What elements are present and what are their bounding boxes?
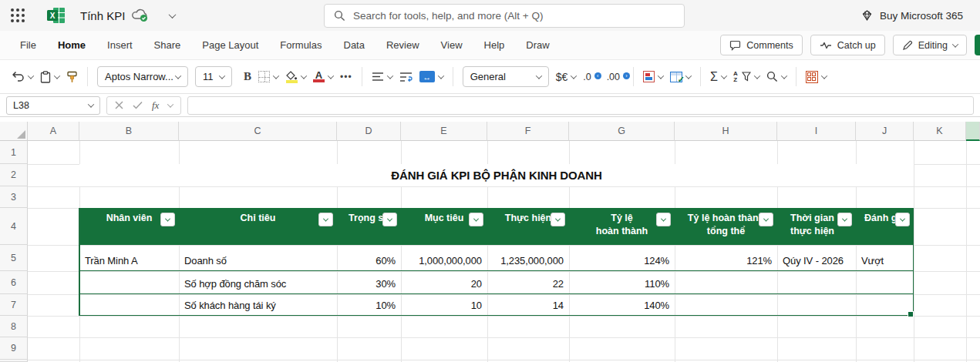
column-header-J[interactable]: J bbox=[856, 122, 914, 141]
format-as-table-chevron-icon[interactable] bbox=[685, 72, 692, 79]
font-size-combo[interactable]: 11 bbox=[195, 66, 232, 87]
decrease-decimal-button[interactable]: .0 ‹ bbox=[583, 72, 594, 82]
cell-C7[interactable]: Số khách hàng tái ký bbox=[179, 294, 337, 316]
filter-dropdown-button[interactable] bbox=[895, 213, 910, 226]
cell-F5[interactable]: 1,235,000,000 bbox=[487, 245, 569, 271]
formula-input[interactable] bbox=[187, 96, 974, 115]
column-header-selected-partial[interactable] bbox=[966, 122, 980, 141]
filter-dropdown-button[interactable] bbox=[469, 213, 483, 226]
comments-button[interactable]: Comments bbox=[720, 35, 802, 55]
column-header-H[interactable]: H bbox=[675, 122, 777, 141]
row-header-4[interactable]: 4 bbox=[0, 208, 28, 245]
menu-tab-insert[interactable]: Insert bbox=[96, 39, 143, 51]
sort-filter-button[interactable]: AZ bbox=[733, 71, 759, 83]
name-box[interactable]: L38 bbox=[6, 96, 100, 115]
fx-chevron-icon[interactable] bbox=[167, 101, 173, 107]
filter-dropdown-button[interactable] bbox=[837, 213, 852, 226]
row-header-5[interactable]: 5 bbox=[0, 245, 28, 271]
column-header-B[interactable]: B bbox=[79, 122, 179, 141]
format-as-table-button[interactable]: ✓ bbox=[670, 72, 691, 82]
filter-dropdown-button[interactable] bbox=[160, 213, 175, 226]
conditional-formatting-button[interactable] bbox=[643, 71, 663, 82]
fill-color-button[interactable] bbox=[285, 71, 306, 83]
column-header-I[interactable]: I bbox=[777, 122, 856, 141]
row-header-3[interactable]: 3 bbox=[0, 186, 28, 208]
menu-tab-formulas[interactable]: Formulas bbox=[269, 39, 332, 51]
row-header-8[interactable]: 8 bbox=[0, 316, 28, 337]
filter-dropdown-button[interactable] bbox=[759, 213, 773, 226]
editing-mode-button[interactable]: Editing bbox=[893, 35, 967, 55]
cancel-icon[interactable] bbox=[115, 101, 123, 109]
cell-B5[interactable]: Trần Minh A bbox=[79, 245, 179, 271]
cell-D7[interactable]: 10% bbox=[337, 294, 401, 316]
alignment-chevron-icon[interactable] bbox=[386, 72, 392, 79]
menu-tab-share[interactable]: Share bbox=[143, 39, 192, 51]
row-header-2[interactable]: 2 bbox=[0, 164, 28, 186]
cell-E6[interactable]: 20 bbox=[401, 271, 487, 294]
column-header-K[interactable]: K bbox=[914, 122, 966, 141]
table-header-cell[interactable]: Chỉ tiêu bbox=[179, 208, 337, 245]
number-format-combo[interactable]: General bbox=[463, 66, 549, 87]
column-header-C[interactable]: C bbox=[179, 122, 337, 141]
menu-tab-data[interactable]: Data bbox=[333, 39, 375, 51]
filter-dropdown-button[interactable] bbox=[656, 213, 671, 226]
cell-E5[interactable]: 1,000,000,000 bbox=[401, 245, 487, 271]
currency-chevron-icon[interactable] bbox=[571, 72, 577, 79]
row-header-1[interactable]: 1 bbox=[0, 141, 28, 164]
cell-H5[interactable]: 121% bbox=[675, 245, 777, 271]
cell-D6[interactable]: 30% bbox=[337, 271, 401, 294]
selection-fill-handle[interactable] bbox=[908, 311, 914, 317]
menu-tab-help[interactable]: Help bbox=[473, 39, 516, 51]
autosum-chevron-icon[interactable] bbox=[721, 72, 727, 79]
font-name-combo[interactable]: Aptos Narrow... bbox=[97, 66, 188, 87]
filter-dropdown-button[interactable] bbox=[551, 213, 565, 226]
find-button[interactable] bbox=[766, 71, 786, 82]
filter-dropdown-button[interactable] bbox=[318, 213, 333, 226]
paste-chevron-icon[interactable] bbox=[54, 72, 60, 79]
cell-E7[interactable]: 10 bbox=[401, 294, 487, 316]
document-title[interactable]: Tính KPI bbox=[80, 9, 125, 22]
sort-filter-chevron-icon[interactable] bbox=[753, 72, 759, 79]
cell-J5[interactable]: Vượt bbox=[856, 245, 914, 271]
cell-C6[interactable]: Số hợp đồng chăm sóc bbox=[179, 271, 337, 294]
search-bar[interactable]: Search for tools, help, and more (Alt + … bbox=[324, 4, 685, 28]
font-color-button[interactable]: A bbox=[313, 71, 333, 82]
filter-dropdown-button[interactable] bbox=[382, 213, 397, 226]
row-header-6[interactable]: 6 bbox=[0, 271, 28, 294]
excel-logo-icon[interactable]: X bbox=[46, 6, 66, 25]
document-menu-chevron-icon[interactable] bbox=[169, 11, 177, 18]
share-button-partial[interactable] bbox=[975, 35, 980, 55]
more-font-options-icon[interactable]: ••• bbox=[340, 72, 352, 82]
menu-tab-page-layout[interactable]: Page Layout bbox=[191, 39, 269, 51]
font-color-chevron-icon[interactable] bbox=[328, 72, 334, 79]
cell-C5[interactable]: Doanh số bbox=[179, 245, 337, 271]
cell-styles-button[interactable] bbox=[806, 71, 827, 83]
increase-decimal-button[interactable]: .00 › bbox=[607, 72, 624, 82]
insert-function-button[interactable]: fx bbox=[152, 99, 159, 112]
menu-tab-file[interactable]: File bbox=[9, 39, 47, 51]
format-painter-button[interactable] bbox=[66, 71, 78, 83]
autosum-button[interactable]: Σ bbox=[710, 70, 726, 84]
app-launcher-icon[interactable] bbox=[11, 8, 25, 22]
column-header-E[interactable]: E bbox=[401, 122, 487, 141]
cell-D5[interactable]: 60% bbox=[337, 245, 401, 271]
merge-cells-button[interactable]: ↔ bbox=[419, 71, 443, 82]
select-all-button[interactable] bbox=[0, 122, 28, 141]
undo-chevron-icon[interactable] bbox=[28, 72, 34, 79]
cell-G6[interactable]: 110% bbox=[569, 271, 675, 294]
undo-button[interactable] bbox=[11, 71, 33, 82]
column-header-G[interactable]: G bbox=[569, 122, 675, 141]
menu-tab-draw[interactable]: Draw bbox=[515, 39, 560, 51]
cell-F6[interactable]: 22 bbox=[487, 271, 569, 294]
wrap-text-button[interactable] bbox=[399, 72, 413, 82]
menu-tab-view[interactable]: View bbox=[430, 39, 473, 51]
bold-button[interactable]: B bbox=[244, 70, 251, 83]
merge-chevron-icon[interactable] bbox=[437, 72, 443, 79]
row-header-7[interactable]: 7 bbox=[0, 294, 28, 316]
menu-tab-review[interactable]: Review bbox=[375, 39, 430, 51]
fill-color-chevron-icon[interactable] bbox=[301, 72, 307, 79]
menu-tab-home[interactable]: Home bbox=[47, 39, 96, 51]
row-header-9[interactable]: 9 bbox=[0, 337, 28, 360]
cell-styles-chevron-icon[interactable] bbox=[820, 72, 827, 79]
currency-format-button[interactable]: $€ bbox=[556, 71, 577, 83]
